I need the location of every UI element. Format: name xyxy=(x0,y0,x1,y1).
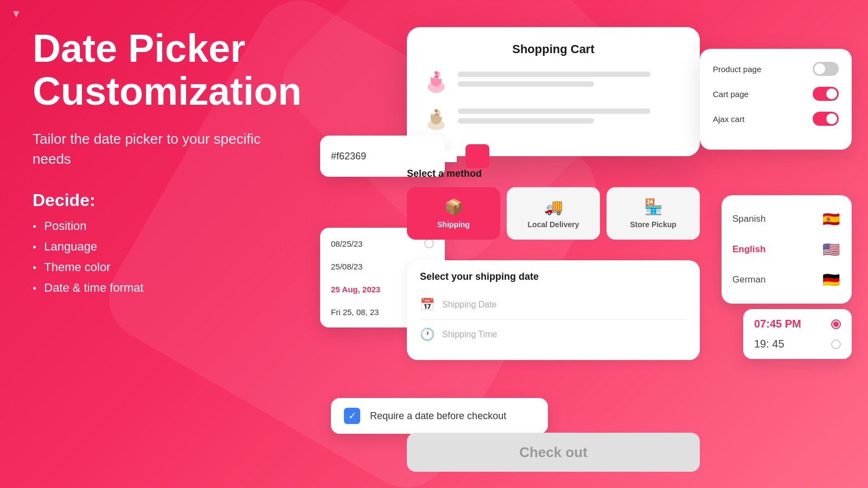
svg-rect-8 xyxy=(432,124,441,129)
lang-german-label: German xyxy=(732,274,765,285)
bullet-position: Position xyxy=(33,219,293,233)
local-delivery-btn[interactable]: 🚚 Local Delivery xyxy=(507,187,600,240)
clock-icon: 🕐 xyxy=(420,328,435,342)
main-title: Date Picker Customization xyxy=(33,27,293,113)
shipping-method-section: Select a method 📦 Shipping 🚚 Local Deliv… xyxy=(407,168,700,240)
flag-english: 🇺🇸 xyxy=(821,240,841,259)
store-pickup-btn[interactable]: 🏪 Store Pickup xyxy=(607,187,700,240)
local-delivery-label: Local Delivery xyxy=(528,220,579,229)
cart-item-2 xyxy=(422,104,685,132)
left-panel: Date Picker Customization Tailor the dat… xyxy=(33,27,293,301)
bullet-theme-color: Theme color xyxy=(33,260,293,274)
bullet-list: Position Language Theme color Date & tim… xyxy=(33,219,293,295)
app-logo: ▼ xyxy=(11,8,22,20)
lang-spanish-label: Spanish xyxy=(732,214,765,224)
method-buttons: 📦 Shipping 🚚 Local Delivery 🏪 Store Pick… xyxy=(407,187,700,240)
cart-page-toggle[interactable] xyxy=(813,87,839,101)
time-value-2: 19: 45 xyxy=(754,338,784,350)
date-input-row: 📅 Shipping Date xyxy=(420,290,687,320)
time-input-row: 🕐 Shipping Time xyxy=(420,320,687,349)
shipping-icon: 📦 xyxy=(444,198,463,216)
time-value-1: 07:45 PM xyxy=(754,318,801,330)
svg-point-13 xyxy=(435,109,438,112)
flag-spanish: 🇪🇸 xyxy=(821,209,841,229)
svg-point-6 xyxy=(435,71,438,74)
time-row-1: 07:45 PM xyxy=(754,318,841,330)
checkmark-icon: ✓ xyxy=(348,410,356,422)
settings-panel: Product page Cart page Ajax cart xyxy=(700,49,852,150)
svg-point-5 xyxy=(438,76,442,79)
ajax-cart-row: Ajax cart xyxy=(713,112,839,126)
flag-german: 🇩🇪 xyxy=(821,270,841,290)
require-date-label: Require a date before checkout xyxy=(370,410,506,422)
shopping-cart-card: Shopping Cart xyxy=(407,27,700,156)
cupcake-icon-2 xyxy=(422,104,450,132)
subtitle: Tailor the date picker to your specific … xyxy=(33,129,293,169)
store-icon: 🏪 xyxy=(644,198,663,216)
hex-input[interactable] xyxy=(331,151,457,162)
shipping-date-card: Select your shipping date 📅 Shipping Dat… xyxy=(407,260,700,360)
decide-title: Decide: xyxy=(33,190,293,210)
cart-page-label: Cart page xyxy=(713,89,749,99)
cart-item-lines-1 xyxy=(458,72,685,91)
cart-item-1 xyxy=(422,67,685,95)
require-date-card: ✓ Require a date before checkout xyxy=(331,398,548,434)
item-line xyxy=(458,81,594,87)
time-placeholder: Shipping Time xyxy=(442,330,497,339)
cart-page-row: Cart page xyxy=(713,87,839,101)
time-panel: 07:45 PM 19: 45 xyxy=(743,309,852,359)
cart-title: Shopping Cart xyxy=(422,42,685,56)
ajax-cart-toggle[interactable] xyxy=(813,112,839,126)
calendar-icon: 📅 xyxy=(420,298,435,312)
lang-german[interactable]: German 🇩🇪 xyxy=(732,265,841,295)
radio-0[interactable] xyxy=(424,239,434,248)
delivery-icon: 🚚 xyxy=(544,198,563,216)
svg-point-12 xyxy=(439,114,442,117)
svg-rect-1 xyxy=(432,86,441,92)
bullet-date-time: Date & time format xyxy=(33,281,293,295)
checkout-label: Check out xyxy=(519,444,588,461)
product-page-row: Product page xyxy=(713,62,839,76)
item-line xyxy=(458,118,594,124)
cart-item-lines-2 xyxy=(458,108,685,128)
right-panel: Shopping Cart xyxy=(315,0,868,488)
lang-english[interactable]: English 🇺🇸 xyxy=(732,234,841,265)
product-page-toggle[interactable] xyxy=(813,62,839,76)
require-date-checkbox[interactable]: ✓ xyxy=(344,408,360,424)
checkout-button[interactable]: Check out xyxy=(407,433,700,472)
lang-english-label: English xyxy=(732,244,765,255)
bullet-language: Language xyxy=(33,240,293,254)
item-line xyxy=(458,72,650,77)
time-radio-2[interactable] xyxy=(831,339,841,349)
shipping-date-label: Select your shipping date xyxy=(420,271,687,282)
product-page-label: Product page xyxy=(713,65,761,74)
time-row-2: 19: 45 xyxy=(754,338,841,350)
language-panel: Spanish 🇪🇸 English 🇺🇸 German 🇩🇪 xyxy=(722,195,852,304)
shipping-btn[interactable]: 📦 Shipping xyxy=(407,187,500,240)
item-line xyxy=(458,108,650,114)
date-placeholder: Shipping Date xyxy=(442,300,497,310)
shipping-label: Shipping xyxy=(437,220,470,229)
lang-spanish[interactable]: Spanish 🇪🇸 xyxy=(732,204,841,234)
color-swatch[interactable] xyxy=(465,144,489,168)
store-pickup-label: Store Pickup xyxy=(630,220,676,229)
cupcake-icon-1 xyxy=(422,67,450,95)
method-label: Select a method xyxy=(407,168,700,179)
time-radio-1[interactable] xyxy=(831,319,841,329)
ajax-cart-label: Ajax cart xyxy=(713,114,744,124)
